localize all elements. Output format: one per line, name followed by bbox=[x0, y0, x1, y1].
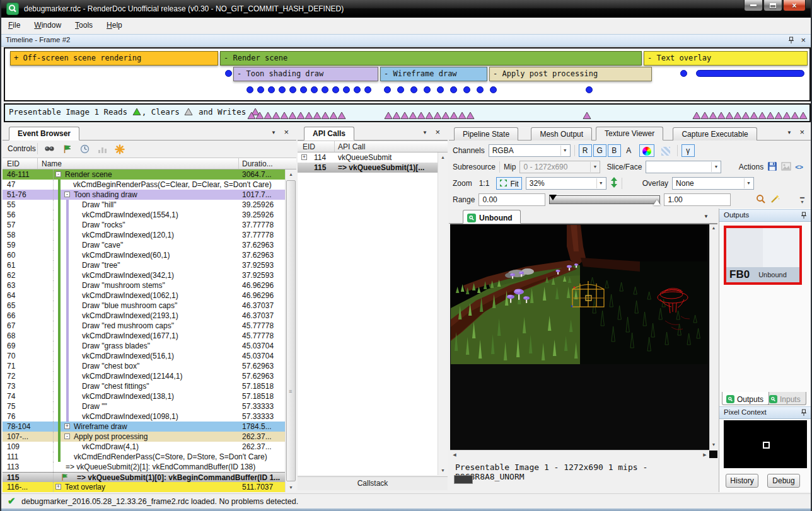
range-min-field[interactable]: 0.00 bbox=[478, 193, 545, 206]
close-button[interactable]: × bbox=[783, 0, 806, 11]
event-row[interactable]: 62vkCmdDrawIndexed(342,1)37.92593 bbox=[3, 270, 285, 280]
scroll-up-icon[interactable]: ▲ bbox=[286, 169, 296, 179]
timeline-event-dot[interactable] bbox=[311, 86, 318, 93]
tab-inputs[interactable]: Inputs bbox=[765, 392, 806, 405]
event-row[interactable]: 66vkCmdDrawIndexed(2193,1)46.37037 bbox=[3, 311, 285, 321]
tab-unbound-texture[interactable]: Unbound bbox=[463, 210, 521, 224]
timeline-close-icon[interactable]: × bbox=[801, 35, 806, 45]
event-row[interactable]: 64vkCmdDrawIndexed(1062,1)46.96296 bbox=[3, 290, 285, 301]
timeline-event-dot[interactable] bbox=[257, 86, 264, 93]
channel-a-button[interactable]: A bbox=[622, 144, 635, 157]
api-calls-column-header[interactable]: EID API Call bbox=[298, 141, 448, 152]
bookmark-star-icon[interactable] bbox=[113, 143, 126, 155]
event-row[interactable]: 68vkCmdDrawIndexed(1677,1)45.77778 bbox=[3, 331, 285, 341]
event-row[interactable]: 115=> vkQueueSubmit(1)[0]: vkBeginComman… bbox=[3, 472, 285, 482]
collapse-icon[interactable]: - bbox=[64, 192, 70, 197]
event-row[interactable]: 58vkCmdDrawIndexed(120,1)37.77778 bbox=[3, 230, 285, 240]
chevron-down-icon[interactable]: ▼ bbox=[271, 130, 276, 135]
event-row[interactable]: 73Draw "chest fittings"57.18518 bbox=[3, 381, 285, 391]
timeline-event-dot[interactable] bbox=[300, 86, 307, 93]
timeline-event-dot[interactable] bbox=[450, 86, 457, 93]
menu-item-help[interactable]: Help bbox=[100, 18, 129, 32]
channel-r-button[interactable]: R bbox=[579, 144, 592, 157]
api-call-row[interactable]: 115=> vkQueueSubmit(1)[... bbox=[298, 163, 438, 173]
pixel-debug-button[interactable]: Debug bbox=[767, 474, 800, 488]
event-row[interactable]: 47vkCmdBeginRenderPass(C=Clear, D=Clear,… bbox=[3, 180, 285, 190]
timeline-event-dot[interactable] bbox=[279, 86, 286, 93]
zoom-select[interactable]: 32%▼ bbox=[526, 177, 606, 190]
find-event-icon[interactable] bbox=[43, 143, 55, 155]
menu-item-file[interactable]: File bbox=[1, 18, 27, 32]
event-row[interactable]: 69Draw "grass blades"45.03704 bbox=[3, 341, 285, 351]
tab-api-calls[interactable]: API Calls bbox=[304, 127, 354, 141]
texture-vertical-scrollbar[interactable]: ▲ ▼ bbox=[709, 224, 717, 451]
range-slider[interactable] bbox=[549, 195, 660, 204]
event-row[interactable]: 109vkCmdDraw(4,1)262.37... bbox=[3, 442, 285, 452]
scroll-down-icon[interactable]: ▼ bbox=[710, 441, 717, 451]
close-icon[interactable]: × bbox=[799, 127, 804, 137]
scroll-up-icon[interactable]: ▲ bbox=[438, 152, 448, 162]
timeline-marker-bar[interactable]: + Off-screen scene rendering bbox=[10, 51, 218, 66]
timeline-event-dot[interactable] bbox=[680, 70, 687, 77]
tab-capture-executable[interactable]: Capture Executable bbox=[673, 127, 757, 141]
tab-event-browser[interactable]: Event Browser bbox=[9, 127, 79, 141]
timeline-event-dot[interactable] bbox=[384, 86, 391, 93]
api-call-row[interactable]: +114vkQueueSubmit bbox=[298, 152, 438, 163]
zoom-fit-button[interactable]: Fit bbox=[496, 177, 521, 190]
tab-pipeline-state[interactable]: Pipeline State bbox=[454, 127, 518, 141]
timeline-event-dot[interactable] bbox=[490, 86, 497, 93]
minimize-button[interactable] bbox=[744, 0, 763, 11]
expand-icon[interactable]: + bbox=[55, 484, 61, 490]
time-draws-clock-icon[interactable] bbox=[78, 143, 91, 155]
close-icon[interactable]: × bbox=[435, 127, 440, 137]
event-row[interactable]: 107-...-Apply post processing262.37... bbox=[3, 432, 285, 442]
expand-icon[interactable]: + bbox=[64, 423, 70, 429]
tab-mesh-output[interactable]: Mesh Output bbox=[531, 127, 592, 141]
event-browser-column-header[interactable]: EID Name Duratio... bbox=[3, 158, 296, 169]
event-row[interactable]: 51-76-Toon shading draw1017.7... bbox=[3, 190, 285, 200]
col-eid[interactable]: EID bbox=[303, 142, 315, 151]
gamma-button[interactable]: γ bbox=[682, 144, 695, 157]
event-row[interactable]: 65Draw "blue mushroom caps"46.37037 bbox=[3, 301, 285, 311]
event-row[interactable]: 113=> vkQueueSubmit(2)[1]: vkEndCommandB… bbox=[3, 462, 285, 472]
event-row[interactable]: 75Draw ""57.33333 bbox=[3, 401, 285, 411]
timeline-event-dot[interactable] bbox=[410, 86, 417, 93]
pin-icon[interactable] bbox=[801, 409, 807, 418]
chevron-down-icon[interactable]: ▼ bbox=[422, 130, 427, 135]
event-row[interactable]: 60vkCmdDrawIndexed(60,1)37.62963 bbox=[3, 250, 285, 260]
scroll-left-icon[interactable]: ◀ bbox=[450, 451, 459, 458]
chevron-down-icon[interactable]: ▼ bbox=[704, 214, 709, 219]
range-max-field[interactable]: 1.00 bbox=[664, 193, 731, 206]
event-row[interactable]: 63Draw "mushroom stems"46.96296 bbox=[3, 280, 285, 290]
timeline-event-dot[interactable] bbox=[364, 86, 371, 93]
pin-icon[interactable] bbox=[801, 212, 807, 221]
timeline-event-dot[interactable] bbox=[246, 86, 253, 93]
col-api-call[interactable]: API Call bbox=[338, 142, 365, 151]
toolbar-overflow-icon[interactable]: ▬▼ bbox=[800, 195, 804, 205]
timeline-event-dot[interactable] bbox=[437, 86, 444, 93]
zoom-1to1-button[interactable]: 1:1 bbox=[476, 177, 493, 190]
checkerboard-button[interactable] bbox=[658, 144, 673, 157]
overlay-select[interactable]: None▼ bbox=[672, 177, 754, 190]
timeline-event-dot[interactable] bbox=[586, 86, 593, 93]
pixel-context-view[interactable] bbox=[724, 420, 807, 468]
flip-y-icon[interactable] bbox=[610, 177, 618, 190]
col-duration[interactable]: Duratio... bbox=[242, 159, 273, 168]
timeline-event-dot[interactable] bbox=[322, 86, 328, 93]
event-row[interactable]: 59Draw "cave"37.62963 bbox=[3, 240, 285, 250]
range-white-point-handle[interactable] bbox=[653, 200, 661, 205]
channel-g-button[interactable]: G bbox=[593, 144, 606, 157]
api-calls-scrollbar[interactable]: ▲ ▼ bbox=[438, 152, 448, 475]
timeline-marker-bar[interactable]: - Wireframe draw bbox=[380, 67, 487, 81]
open-in-shader-code-icon[interactable]: <> bbox=[795, 163, 803, 171]
timeline-event-dot[interactable] bbox=[268, 86, 275, 93]
event-row[interactable]: 71Draw "chest box"57.62963 bbox=[3, 361, 285, 371]
event-row[interactable]: 78-104+Wireframe draw1784.5... bbox=[3, 422, 285, 432]
collapse-icon[interactable]: - bbox=[64, 433, 70, 439]
slice-face-select[interactable]: ▼ bbox=[646, 161, 721, 173]
callstack-section[interactable]: Callstack bbox=[298, 476, 448, 490]
jump-to-event-flag-icon[interactable] bbox=[61, 143, 73, 155]
pin-icon[interactable] bbox=[788, 37, 794, 45]
timeline-marker-bar[interactable]: - Text overlay bbox=[644, 51, 808, 66]
scroll-down-icon[interactable]: ▼ bbox=[438, 466, 448, 475]
